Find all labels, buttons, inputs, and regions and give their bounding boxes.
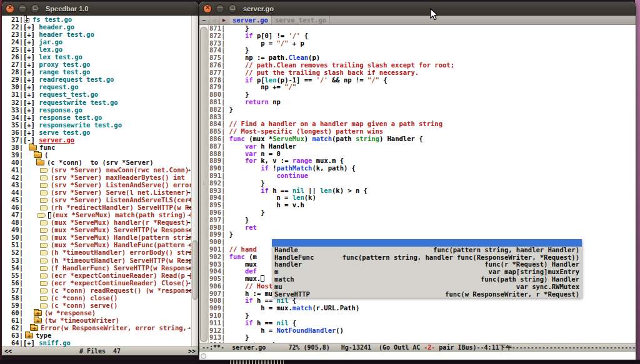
speedbar-item-label[interactable]: proxy_test.go: [39, 61, 90, 68]
code-line[interactable]: 882| }: [209, 106, 636, 114]
folder-icon[interactable]: [36, 160, 44, 165]
speedbar-item-label[interactable]: (c *conn) serve(): [51, 302, 118, 309]
close-icon[interactable]: ✕: [203, 4, 212, 13]
speedbar-item-label[interactable]: (mux *ServeMux) Handle(pattern string: [51, 234, 191, 241]
code-line[interactable]: 896| }: [209, 209, 636, 217]
speedbar-row[interactable]: 35|[+] responsewrite_test.go: [11, 121, 191, 129]
speedbar-item-label[interactable]: request_test.go: [39, 91, 98, 98]
speedbar-titlebar[interactable]: ✕ — ▢ Speedbar 1.0: [2, 2, 198, 16]
speedbar-item-label[interactable]: func: [39, 144, 55, 151]
tag-icon[interactable]: [40, 198, 48, 203]
tabbar-menu-icon[interactable]: —: [199, 16, 209, 24]
speedbar-scroll-right-button[interactable]: >>: [188, 347, 196, 355]
speedbar-scroll-left-button[interactable]: <<: [4, 347, 12, 355]
speedbar-row[interactable]: 59|(c *conn) serve(): [11, 302, 191, 309]
expand-icon[interactable]: [+]: [23, 38, 35, 46]
code-line[interactable]: 890| if !pathMatch(k, path) {: [209, 165, 636, 172]
speedbar-row[interactable]: 42|(srv *Server) maxHeaderBytes() int: [11, 174, 191, 181]
speedbar-row[interactable]: 63|type: [11, 332, 191, 339]
speedbar-item-label[interactable]: header_test.go: [39, 31, 94, 38]
code-line[interactable]: 889| for k, v := range mux.m {: [209, 157, 636, 165]
speedbar-item-label[interactable]: (w *response): [44, 309, 96, 317]
minimize-icon[interactable]: —: [18, 4, 27, 13]
speedbar-row[interactable]: 31|[+] request_test.go: [11, 91, 191, 98]
speedbar-row[interactable]: 21|fs_test.go: [11, 16, 191, 23]
code-line[interactable]: 912| h = NotFoundHandler(): [209, 327, 636, 335]
popup-item[interactable]: handlerfunc(r *Request) Handler: [272, 261, 582, 268]
speedbar-row[interactable]: 44|(srv *Server) Serve(l net.Listener) e…: [11, 189, 191, 196]
code-line[interactable]: 886| func (mux *ServeMux) match(path str…: [209, 135, 636, 143]
expand-icon[interactable]: [+]: [23, 114, 35, 121]
speedbar-item-label[interactable]: (srv *Server) newConn(rwc net.Conn) (: [51, 166, 191, 174]
code-line[interactable]: 913| }: [209, 334, 636, 342]
code-line[interactable]: 873| p = "/" + p: [209, 40, 636, 47]
speedbar-row[interactable]: 36|[+] serve_test.go: [11, 129, 191, 136]
code-line[interactable]: 875| np := path.Clean(p): [209, 54, 636, 62]
speedbar-item-label[interactable]: response_test.go: [39, 114, 102, 121]
code-line[interactable]: 872| if p[0] != '/' {: [209, 32, 636, 40]
code-line[interactable]: 893| if h == nil || len(k) > n {: [209, 187, 636, 195]
speedbar-row[interactable]: 52|(h *timeoutHandler) errorBody() strin…: [11, 248, 191, 256]
speedbar-row[interactable]: 33|[+] response.go: [11, 106, 191, 114]
folder-icon[interactable]: [25, 333, 33, 338]
speedbar-row[interactable]: 56|(ecr *expectContinueReader) Close() e…: [11, 279, 191, 287]
speedbar-item-label[interactable]: (rh *redirectHandler) ServeHTTP(w Res: [51, 204, 191, 211]
speedbar-row[interactable]: 43|(srv *Server) ListenAndServe() error: [11, 181, 191, 189]
speedbar-row[interactable]: 41|(srv *Server) newConn(rwc net.Conn) (…: [11, 166, 191, 174]
expand-icon[interactable]: [+]: [23, 46, 35, 53]
speedbar-row[interactable]: 22|[+] header.go: [11, 23, 191, 31]
popup-item[interactable]: mvar map[string]muxEntry: [272, 268, 582, 276]
popup-item[interactable]: ServeHTTPfunc(w ResponseWriter, r *Reque…: [272, 291, 582, 298]
speedbar-item-label[interactable]: (srv *Server) ListenAndServe() error: [51, 181, 191, 189]
expand-icon[interactable]: [+]: [23, 61, 35, 68]
tab-prev-icon[interactable]: ◁: [209, 16, 219, 24]
minibuffer[interactable]: [199, 352, 636, 360]
folder-icon[interactable]: [34, 310, 42, 316]
speedbar-row[interactable]: 62|Error(w ResponseWriter, error string,…: [11, 324, 191, 332]
speedbar-item-label[interactable]: request.go: [39, 83, 78, 91]
speedbar-item-label[interactable]: (ecr *expectContinueReader) Close() e: [51, 279, 191, 287]
speedbar-item-label[interactable]: requestwrite_test.go: [39, 99, 118, 106]
speedbar-row[interactable]: 28|[+] range_test.go: [11, 68, 191, 76]
popup-item[interactable]: [272, 239, 582, 247]
speedbar-row[interactable]: 54|(f HandlerFunc) ServeHTTP(w ResponseW…: [11, 264, 191, 272]
tag-icon[interactable]: [40, 175, 48, 180]
code-line[interactable]: 891| continue: [209, 172, 636, 180]
code-line[interactable]: 895| h = v.h: [209, 202, 636, 209]
speedbar-item-label[interactable]: (srv *Server) Serve(l net.Listener) e: [51, 189, 191, 196]
expand-icon[interactable]: [+]: [23, 76, 35, 83]
speedbar-item-label[interactable]: (srv *Server) ListenAndServeTLS(certF: [51, 196, 191, 204]
code-line[interactable]: 910| }: [209, 312, 636, 320]
expand-icon[interactable]: [+]: [23, 106, 35, 114]
tab-server-go[interactable]: server.go: [229, 16, 272, 24]
collapse-icon[interactable]: [-]: [23, 136, 35, 144]
code-line[interactable]: 899| }: [209, 231, 636, 239]
speedbar-row[interactable]: 46|(rh *redirectHandler) ServeHTTP(w Res…: [11, 204, 191, 211]
tag-icon[interactable]: [40, 168, 48, 173]
code-line[interactable]: 911| if h == nil {: [209, 320, 636, 327]
popup-item[interactable]: HandleFuncfunc(pattern string, handler f…: [272, 254, 582, 262]
speedbar-row[interactable]: 38|func: [11, 144, 191, 151]
code-line[interactable]: 877| // put the trailing slash back if n…: [209, 69, 636, 77]
speedbar-item-label[interactable]: (f HandlerFunc) ServeHTTP(w ResponseW: [51, 264, 191, 272]
code-line[interactable]: 880| }: [209, 91, 636, 99]
folder-icon[interactable]: [34, 318, 42, 323]
popup-item[interactable]: muvar sync.RWMutex: [272, 283, 582, 291]
editor-scrollbar[interactable]: ⁞: [199, 25, 209, 343]
scrollbar-thumb[interactable]: ⁞: [200, 27, 208, 342]
code-line[interactable]: 894| n = len(k): [209, 194, 636, 202]
expand-icon[interactable]: [+]: [23, 339, 35, 347]
tag-icon[interactable]: [40, 183, 48, 188]
speedbar-item-label[interactable]: (srv *Server) maxHeaderBytes() int: [51, 174, 185, 181]
tag-icon[interactable]: [40, 243, 48, 248]
speedbar-row[interactable]: 61|(tw *timeoutWriter): [11, 317, 191, 324]
expand-icon[interactable]: [+]: [23, 83, 35, 91]
speedbar-row[interactable]: 55|(ecr *expectContinueReader) Read(p []…: [11, 272, 191, 279]
speedbar-row[interactable]: 57|(c *conn) readRequest() (w *response,…: [11, 287, 191, 294]
speedbar-item-label[interactable]: lex.go: [39, 46, 62, 53]
speedbar-row[interactable]: 40|(c *conn) to (srv *Server): [11, 159, 191, 166]
folder-icon[interactable]: [29, 145, 37, 150]
speedbar-item-label[interactable]: (h *timeoutHandler) errorBody() strin: [51, 248, 191, 256]
code-line[interactable]: 883|: [209, 114, 636, 121]
minimize-icon[interactable]: —: [216, 4, 224, 13]
